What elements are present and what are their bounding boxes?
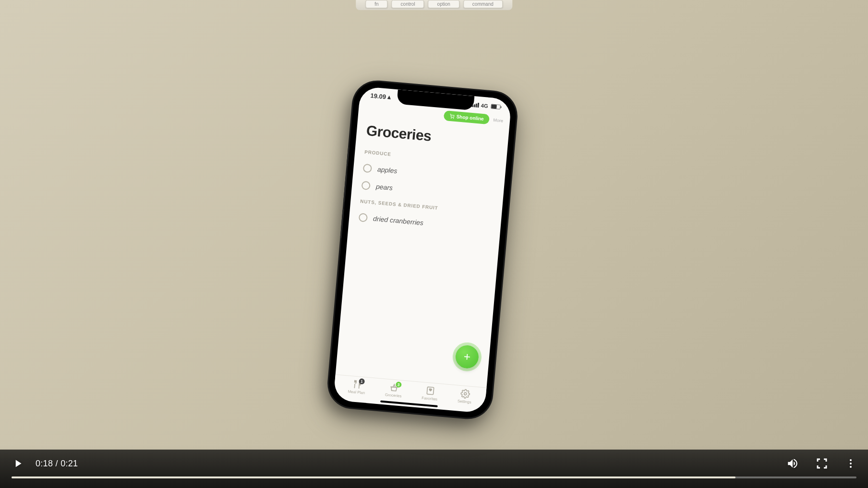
gear-icon bbox=[459, 389, 471, 399]
shop-online-button[interactable]: Shop online bbox=[444, 110, 490, 124]
controls-right bbox=[786, 457, 856, 470]
key-fn: fn bbox=[365, 0, 387, 8]
badge: 1 bbox=[359, 378, 365, 385]
volume-icon[interactable] bbox=[786, 457, 799, 470]
progress-fill bbox=[12, 476, 735, 478]
controls-row: 0:18 / 0:21 bbox=[12, 457, 856, 470]
basket-icon: 3 bbox=[388, 382, 400, 393]
play-icon[interactable] bbox=[12, 457, 24, 470]
item-label: apples bbox=[377, 165, 398, 175]
tab-groceries[interactable]: 3 Groceries bbox=[385, 382, 403, 398]
item-label: dried cranberries bbox=[373, 215, 424, 227]
tab-favorites[interactable]: Favorites bbox=[422, 385, 438, 402]
key-command: command bbox=[463, 0, 503, 8]
shop-label: Shop online bbox=[456, 114, 484, 122]
status-right: 4G bbox=[472, 101, 501, 110]
svg-point-6 bbox=[850, 466, 852, 468]
tab-label: Meal Plan bbox=[348, 390, 365, 395]
checkbox-icon[interactable] bbox=[363, 164, 373, 173]
item-label: pears bbox=[375, 183, 393, 192]
fullscreen-icon[interactable] bbox=[816, 458, 828, 469]
tab-label: Settings bbox=[457, 399, 471, 404]
add-button[interactable]: + bbox=[455, 344, 480, 369]
key-option: option bbox=[428, 0, 459, 8]
tab-label: Groceries bbox=[385, 392, 402, 398]
svg-point-1 bbox=[453, 118, 454, 118]
more-button[interactable]: More bbox=[493, 117, 503, 123]
network-label: 4G bbox=[481, 102, 488, 109]
badge: 3 bbox=[396, 381, 402, 388]
battery-icon bbox=[491, 104, 501, 110]
heart-icon bbox=[424, 386, 436, 396]
utensils-icon: 1 bbox=[351, 379, 363, 390]
checkbox-icon[interactable] bbox=[359, 213, 368, 222]
more-icon[interactable] bbox=[845, 458, 856, 469]
svg-point-5 bbox=[850, 463, 852, 464]
checkbox-icon[interactable] bbox=[361, 181, 371, 190]
cart-icon bbox=[449, 113, 455, 119]
svg-point-4 bbox=[850, 459, 852, 461]
phone-side-buttons bbox=[347, 147, 350, 166]
tab-label: Favorites bbox=[422, 396, 438, 402]
video-controls: 0:18 / 0:21 bbox=[0, 445, 868, 488]
keyboard-edge: fn control option command bbox=[356, 0, 512, 10]
video-frame: fn control option command 19.09 ▴ 4G bbox=[0, 0, 868, 488]
phone-screen: 19.09 ▴ 4G Shop online bbox=[333, 86, 512, 413]
controls-left: 0:18 / 0:21 bbox=[12, 457, 78, 470]
svg-point-0 bbox=[451, 118, 452, 118]
key-control: control bbox=[392, 0, 424, 8]
progress-bar[interactable] bbox=[12, 476, 856, 478]
phone-device: 19.09 ▴ 4G Shop online bbox=[327, 80, 518, 419]
tab-meal-plan[interactable]: 1 Meal Plan bbox=[348, 379, 366, 395]
status-time: 19.09 ▴ bbox=[370, 92, 391, 101]
tab-settings[interactable]: Settings bbox=[457, 389, 472, 404]
plus-icon: + bbox=[463, 350, 471, 364]
time-display: 0:18 / 0:21 bbox=[36, 459, 78, 469]
svg-point-3 bbox=[464, 392, 466, 395]
